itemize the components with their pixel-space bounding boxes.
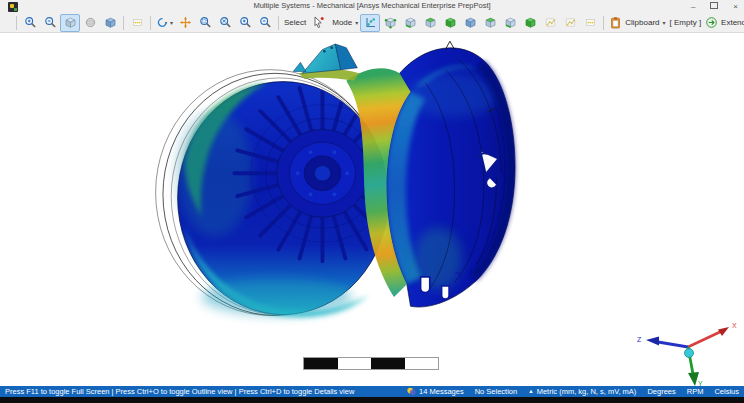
toolbar-separator [123, 16, 124, 30]
restore-button[interactable] [710, 0, 718, 13]
graphics-viewport[interactable]: X Z Y [0, 33, 744, 386]
select-vertex-icon [384, 16, 397, 29]
app-window: Multiple Systems - Mechanical [Ansys Mec… [0, 0, 744, 403]
zoom-out-alt-button[interactable] [255, 14, 275, 32]
view-sphere-icon [84, 16, 97, 29]
scale-segment [371, 358, 405, 369]
select-face-alt-button[interactable] [480, 14, 500, 32]
zoom-in-alt-icon [239, 16, 252, 29]
zoom-out-alt-icon [259, 16, 272, 29]
mode-dropdown[interactable]: Mode▾ [328, 14, 360, 32]
triad-x-label: X [732, 322, 737, 329]
scale-ruler [303, 357, 439, 370]
scale-segment [405, 358, 439, 369]
zoom-out-button[interactable] [40, 14, 60, 32]
messages-count: 14 Messages [419, 387, 464, 396]
mode-label: Mode [330, 18, 354, 27]
close-button[interactable]: × [733, 0, 738, 13]
select-body-button[interactable] [440, 14, 460, 32]
view-cube-icon [64, 16, 77, 29]
extend-label: Extend [719, 18, 744, 27]
zoom-in-button[interactable] [20, 14, 40, 32]
zoom-fit-icon [219, 16, 232, 29]
zoom-fit-button[interactable] [215, 14, 235, 32]
clipboard-empty-label: [ Empty ] [668, 18, 704, 27]
zoom-box-button[interactable] [195, 14, 215, 32]
rotation-unit-button[interactable]: RPM [687, 387, 704, 396]
zoom-out-icon [44, 16, 57, 29]
title-bar: Multiple Systems - Mechanical [Ansys Mec… [0, 0, 744, 13]
wireframe-toggle-button[interactable] [127, 14, 147, 32]
window-controls: – × [691, 0, 738, 13]
toolbar-separator [150, 16, 151, 30]
snap-graph-button[interactable] [360, 14, 380, 32]
bottom-strip [0, 397, 744, 403]
units-label: Metric (mm, kg, N, s, mV, mA) [537, 387, 637, 396]
extend-icon [705, 16, 718, 29]
zoom-in-alt-button[interactable] [235, 14, 255, 32]
toolbar-separator [16, 16, 17, 30]
rotate-button[interactable]: ▾ [154, 14, 175, 32]
extend-dropdown[interactable]: Extend▾ [703, 14, 744, 32]
select-edge-alt-icon [504, 16, 517, 29]
units-caret-icon: ▲ [528, 388, 533, 395]
triad-z-label: Z [637, 336, 642, 343]
selection-status: No Selection [475, 387, 518, 396]
probe-box-button[interactable] [580, 14, 600, 32]
snap-graph-icon [364, 16, 377, 29]
messages-button[interactable]: 14 Messages [407, 387, 464, 396]
messages-icon [407, 387, 416, 396]
select-cursor-button[interactable] [308, 14, 328, 32]
statusbar-hints: Press F11 to toggle Full Screen | Press … [5, 387, 354, 396]
minimize-button[interactable]: – [691, 0, 695, 13]
select-face-alt-icon [484, 16, 497, 29]
triad-x-arrow [718, 327, 729, 336]
select-multi-button[interactable] [520, 14, 540, 32]
pan-icon [179, 16, 192, 29]
zoom-box-icon [199, 16, 212, 29]
select-vertex-button[interactable] [380, 14, 400, 32]
rotate-icon [156, 16, 169, 29]
select-label: Select [282, 18, 308, 27]
window-title: Multiple Systems - Mechanical [Ansys Mec… [0, 1, 744, 10]
wireframe-icon [132, 17, 143, 28]
select-edge-alt-button[interactable] [500, 14, 520, 32]
select-face-icon [424, 16, 437, 29]
toolbar-separator [603, 16, 604, 30]
temperature-unit-button[interactable]: Celsius [714, 387, 739, 396]
clipboard-dropdown[interactable]: Clipboard▾ [607, 14, 667, 32]
select-cursor-icon [312, 16, 325, 29]
status-bar: Press F11 to toggle Full Screen | Press … [0, 386, 744, 397]
select-edge-button[interactable] [400, 14, 420, 32]
triad-origin-ball [685, 349, 694, 358]
dropdown-caret-icon: ▾ [355, 19, 358, 27]
dropdown-caret-icon: ▾ [663, 19, 666, 27]
fan-hub [277, 129, 369, 217]
select-face-button[interactable] [420, 14, 440, 32]
zoom-in-icon [24, 16, 37, 29]
select-body-alt-icon [464, 16, 477, 29]
select-body-icon [444, 16, 457, 29]
select-edge-icon [404, 16, 417, 29]
select-body-alt-button[interactable] [460, 14, 480, 32]
coordinate-triad[interactable]: X Z Y [632, 316, 744, 388]
pan-button[interactable] [175, 14, 195, 32]
scale-segment [304, 358, 338, 369]
clipboard-icon [609, 16, 622, 29]
probe-graph-1-button[interactable] [540, 14, 560, 32]
main-toolbar: ▾ Select Mode▾ Clipboard▾ [ Empty ] Exte… [0, 13, 744, 33]
scale-segment [338, 358, 372, 369]
probe-graph-1-icon [545, 17, 556, 28]
view-iso-icon [104, 16, 117, 29]
angle-unit-button[interactable]: Degrees [647, 387, 675, 396]
view-sphere-button[interactable] [80, 14, 100, 32]
statusbar-right: 14 Messages No Selection ▲ Metric (mm, k… [407, 387, 739, 396]
toolbar-separator [278, 16, 279, 30]
view-cube-button[interactable] [60, 14, 80, 32]
view-iso-button[interactable] [100, 14, 120, 32]
clipboard-label: Clipboard [623, 18, 661, 27]
top-bracket [293, 44, 359, 81]
units-button[interactable]: ▲ Metric (mm, kg, N, s, mV, mA) [528, 387, 636, 396]
restore-icon [710, 2, 718, 9]
probe-graph-2-button[interactable] [560, 14, 580, 32]
